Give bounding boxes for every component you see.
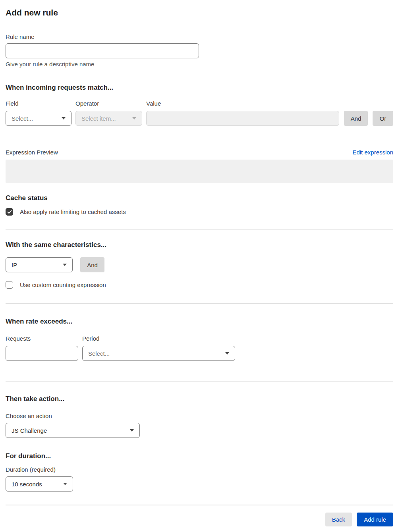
match-section-heading: When incoming requests match... [6, 84, 393, 92]
requests-label: Requests [6, 335, 78, 342]
characteristic-select[interactable]: IP [6, 257, 73, 272]
action-heading: Then take action... [6, 395, 393, 403]
counting-checkbox-label: Use custom counting expression [20, 281, 106, 288]
rate-heading: When rate exceeds... [6, 318, 393, 326]
rate-row: Requests Period Select... [6, 335, 393, 361]
value-label: Value [146, 100, 339, 107]
rule-name-input[interactable] [6, 43, 199, 58]
expression-preview-header: Expression Preview Edit expression [6, 149, 393, 156]
rule-name-helper: Give your rule a descriptive name [6, 61, 393, 67]
characteristics-row: IP And [6, 257, 393, 272]
action-select[interactable]: JS Challenge [6, 423, 140, 438]
period-select[interactable]: Select... [82, 346, 235, 361]
or-condition-button[interactable]: Or [373, 111, 393, 126]
period-select-value: Select... [88, 350, 110, 357]
operator-select: Select item... [75, 111, 142, 126]
field-select[interactable]: Select... [6, 111, 71, 126]
operator-select-value: Select item... [81, 115, 116, 122]
chevron-down-icon [132, 117, 136, 120]
cache-status-heading: Cache status [6, 194, 393, 202]
section-divider [6, 303, 393, 304]
period-column: Period Select... [82, 335, 235, 361]
back-button[interactable]: Back [325, 513, 352, 526]
cache-assets-checkbox[interactable] [6, 208, 13, 216]
cache-checkbox-row: Also apply rate limiting to cached asset… [6, 208, 393, 216]
period-label: Period [82, 335, 235, 342]
chevron-down-icon [63, 483, 67, 485]
requests-input[interactable] [6, 346, 78, 361]
duration-select[interactable]: 10 seconds [6, 476, 73, 492]
page-title: Add new rule [6, 8, 393, 17]
rule-name-label: Rule name [6, 33, 393, 40]
choose-action-label: Choose an action [6, 412, 393, 419]
checkmark-icon [7, 210, 12, 214]
duration-select-value: 10 seconds [12, 481, 42, 488]
operator-label: Operator [75, 100, 142, 107]
add-rule-form: Add new rule Rule name Give your rule a … [0, 8, 398, 532]
characteristic-select-value: IP [12, 262, 17, 268]
section-divider [6, 229, 393, 230]
requests-column: Requests [6, 335, 78, 361]
duration-heading: For duration... [6, 452, 393, 460]
chevron-down-icon [62, 117, 66, 120]
and-characteristic-button[interactable]: And [80, 257, 104, 272]
duration-label: Duration (required) [6, 466, 393, 473]
characteristics-heading: With the same characteristics... [6, 241, 393, 249]
section-divider [6, 381, 393, 382]
custom-counting-checkbox[interactable] [6, 281, 13, 289]
footer-actions: Back Add rule [6, 513, 393, 526]
footer-divider [6, 505, 393, 505]
value-input [146, 111, 339, 126]
action-select-value: JS Challenge [12, 427, 47, 434]
operator-column: Operator Select item... [75, 100, 142, 126]
cache-checkbox-label: Also apply rate limiting to cached asset… [20, 208, 126, 215]
chevron-down-icon [63, 264, 67, 266]
chevron-down-icon [225, 352, 229, 355]
counting-checkbox-row: Use custom counting expression [6, 281, 393, 289]
field-label: Field [6, 100, 71, 107]
value-column: Value [146, 100, 339, 126]
edit-expression-link[interactable]: Edit expression [352, 149, 393, 156]
add-rule-button[interactable]: Add rule [357, 513, 393, 526]
field-column: Field Select... [6, 100, 71, 126]
field-select-value: Select... [12, 115, 33, 122]
expression-preview-box [6, 160, 393, 183]
and-condition-button[interactable]: And [344, 111, 368, 126]
expression-preview-label: Expression Preview [6, 149, 58, 156]
match-condition-row: Field Select... Operator Select item... … [6, 100, 393, 126]
chevron-down-icon [130, 429, 134, 432]
